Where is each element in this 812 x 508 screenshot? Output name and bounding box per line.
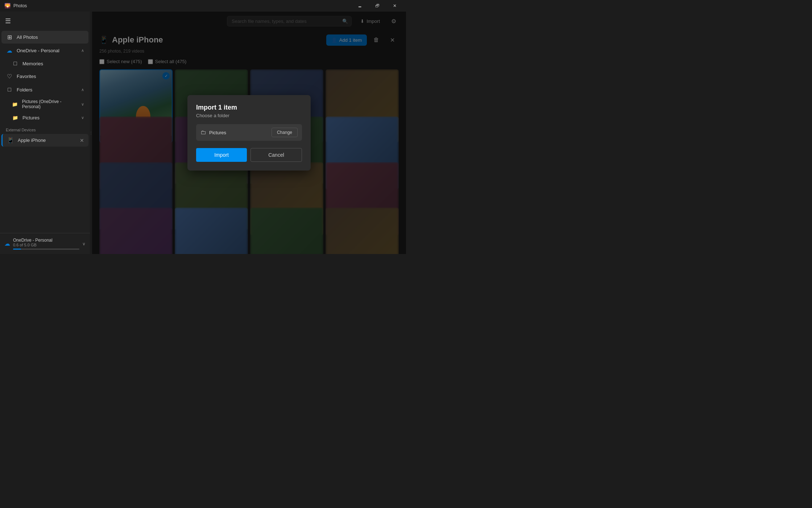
app-title: Photos — [13, 3, 27, 8]
onedrive-storage-size: 0.6 of 5.0 GB — [13, 243, 79, 247]
sidebar-item-pictures[interactable]: 📁 Pictures ∨ — [1, 112, 88, 123]
sidebar-item-label: Memories — [22, 61, 43, 66]
sidebar-item-label: All Photos — [17, 34, 38, 40]
phone-icon: 📱 — [7, 137, 14, 144]
folder-icon2: 📁 — [12, 102, 18, 107]
sidebar-item-pictures-onedrive[interactable]: 📁 Pictures (OneDrive - Personal) ∨ — [1, 97, 88, 112]
onedrive-footer-label: OneDrive - Personal — [13, 238, 79, 243]
change-folder-button[interactable]: Change — [272, 128, 298, 137]
sidebar-item-favorites[interactable]: ♡ Favorites — [1, 70, 88, 83]
chevron-up-icon2: ∧ — [81, 87, 84, 92]
onedrive-footer-icon: ☁ — [4, 240, 10, 247]
app-container: ☰ ⊞ All Photos ☁ OneDrive - Personal ∧ □… — [0, 12, 406, 254]
cloud-icon: ☁ — [6, 47, 13, 54]
chevron-down-icon: ∨ — [81, 102, 84, 107]
folder-icon: □ — [6, 86, 13, 93]
sidebar-item-label: Pictures — [22, 115, 40, 120]
onedrive-progress-bar — [13, 249, 79, 250]
sidebar-item-label: Favorites — [17, 74, 36, 79]
import-confirm-button[interactable]: Import — [196, 148, 247, 162]
onedrive-progress-fill — [13, 249, 21, 250]
modal-actions: Import Cancel — [196, 148, 302, 162]
minimize-button[interactable]: 🗕 — [352, 0, 368, 12]
sidebar-item-label: Folders — [17, 87, 32, 93]
remove-device-button[interactable]: ✕ — [80, 138, 84, 143]
maximize-button[interactable]: 🗗 — [369, 0, 386, 12]
sidebar-item-memories[interactable]: □ Memories — [1, 58, 88, 69]
modal-subtitle: Choose a folder — [196, 113, 302, 118]
folder-icon-modal: 🗀 — [200, 129, 206, 136]
cancel-button[interactable]: Cancel — [250, 148, 302, 162]
sidebar-item-onedrive[interactable]: ☁ OneDrive - Personal ∧ — [1, 44, 88, 57]
external-devices-section: External Devices — [0, 123, 90, 134]
modal-folder-row: 🗀 Pictures Change — [196, 124, 302, 141]
import-dialog: Import 1 item Choose a folder 🗀 Pictures… — [187, 95, 311, 171]
sidebar-item-folders[interactable]: □ Folders ∧ — [1, 83, 88, 96]
sidebar-item-all-photos[interactable]: ⊞ All Photos — [1, 31, 88, 44]
sidebar-footer: ☁ OneDrive - Personal 0.6 of 5.0 GB ∨ — [0, 233, 90, 254]
title-bar-left: 🌄 Photos — [4, 3, 27, 9]
sidebar-item-label: OneDrive - Personal — [17, 48, 59, 53]
sidebar-item-label: Apple iPhone — [18, 138, 46, 143]
chevron-down-icon2: ∨ — [81, 115, 84, 120]
onedrive-footer: ☁ OneDrive - Personal 0.6 of 5.0 GB ∨ — [4, 238, 86, 250]
title-bar-controls: 🗕 🗗 ✕ — [352, 0, 403, 12]
onedrive-footer-text: OneDrive - Personal 0.6 of 5.0 GB — [13, 238, 79, 250]
grid-icon: ⊞ — [6, 34, 13, 41]
folder-icon3: 📁 — [12, 115, 19, 120]
app-icon: 🌄 — [4, 3, 11, 9]
sidebar-top: ☰ — [0, 12, 90, 30]
menu-button[interactable]: ☰ — [1, 15, 14, 28]
title-bar: 🌄 Photos 🗕 🗗 ✕ — [0, 0, 406, 12]
modal-title: Import 1 item — [196, 104, 302, 111]
main-content: 🔍 ⬇ Import ⚙ 📱 Apple iPhone 👤 Add 1 item — [92, 12, 406, 254]
sidebar-item-label: Pictures (OneDrive - Personal) — [22, 99, 78, 109]
modal-folder-left: 🗀 Pictures — [200, 129, 226, 136]
sidebar: ☰ ⊞ All Photos ☁ OneDrive - Personal ∧ □… — [0, 12, 90, 254]
modal-folder-name: Pictures — [209, 130, 226, 135]
close-button[interactable]: ✕ — [386, 0, 403, 12]
sidebar-item-apple-iphone[interactable]: 📱 Apple iPhone ✕ — [1, 134, 88, 147]
heart-icon: ♡ — [6, 73, 13, 80]
memories-icon: □ — [12, 60, 19, 67]
onedrive-expand-button[interactable]: ∨ — [82, 241, 86, 246]
chevron-up-icon: ∧ — [81, 48, 84, 53]
